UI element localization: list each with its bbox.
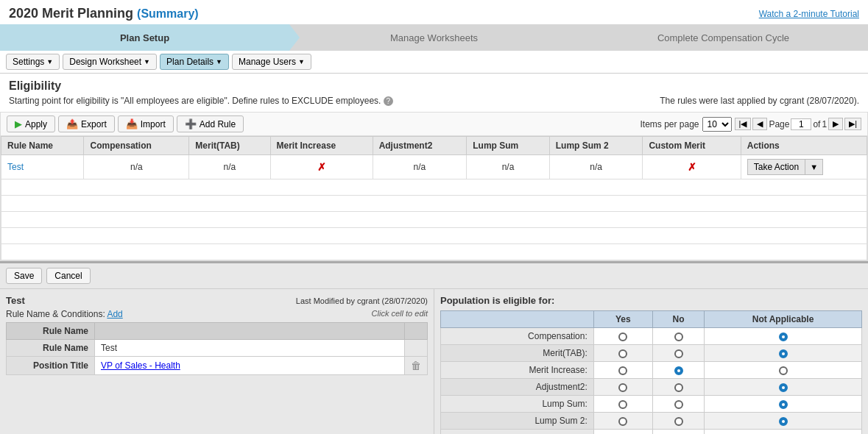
spacer-row bbox=[1, 244, 867, 260]
table-row: Test n/a n/a ✗ n/a n/a n/a ✗ Take Action… bbox=[1, 155, 867, 179]
bottom-toolbar: Save Cancel bbox=[0, 263, 868, 289]
design-worksheet-button[interactable]: Design Worksheet ▼ bbox=[63, 54, 157, 70]
elig-radio-no[interactable] bbox=[652, 328, 704, 345]
section-description: Starting point for eligibility is "All e… bbox=[0, 94, 402, 112]
elig-radio-na[interactable] bbox=[705, 379, 862, 396]
elig-radio-yes[interactable] bbox=[593, 345, 652, 362]
condition-label-rule-name: Rule Name bbox=[7, 340, 95, 357]
elig-radio-yes[interactable] bbox=[593, 362, 652, 379]
manage-users-button[interactable]: Manage Users ▼ bbox=[232, 54, 311, 70]
play-icon: ▶ bbox=[15, 118, 22, 129]
rule-header: Test Last Modified by cgrant (28/07/2020… bbox=[6, 295, 428, 306]
last-modified: Last Modified by cgrant (28/07/2020) bbox=[296, 296, 428, 305]
condition-label-position-title: Position Title bbox=[7, 357, 95, 375]
step-manage-worksheets[interactable]: Manage Worksheets bbox=[289, 24, 579, 51]
page-number-input[interactable] bbox=[791, 118, 811, 130]
last-page-button[interactable]: ▶| bbox=[844, 118, 861, 130]
left-panel: Test Last Modified by cgrant (28/07/2020… bbox=[0, 289, 434, 434]
apply-button[interactable]: ▶ Apply bbox=[7, 115, 55, 132]
col-adjustment2: Adjustment2 bbox=[373, 137, 467, 155]
elig-radio-no[interactable] bbox=[652, 379, 704, 396]
elig-row: Adjustment2: bbox=[441, 379, 862, 396]
elig-row: Custom Merit: bbox=[441, 430, 862, 435]
elig-radio-na[interactable] bbox=[705, 328, 862, 345]
lump-sum-2-cell: n/a bbox=[549, 155, 643, 179]
elig-label: Merit Increase: bbox=[441, 362, 594, 379]
sub-nav: Settings ▼ Design Worksheet ▼ Plan Detai… bbox=[0, 51, 868, 74]
import-button[interactable]: 📥 Import bbox=[118, 115, 174, 132]
prev-page-button[interactable]: ◀ bbox=[752, 118, 767, 130]
col-lump-sum: Lump Sum bbox=[467, 137, 549, 155]
rule-name-cell: Test bbox=[1, 155, 84, 179]
elig-radio-yes[interactable] bbox=[593, 396, 652, 413]
elig-radio-no[interactable] bbox=[652, 362, 704, 379]
position-title-link[interactable]: VP of Sales - Health bbox=[101, 360, 180, 371]
condition-value-position-title[interactable]: VP of Sales - Health bbox=[95, 357, 405, 375]
rule-name-link[interactable]: Test bbox=[7, 162, 24, 172]
first-page-button[interactable]: |◀ bbox=[735, 118, 752, 130]
click-cell-edit: Click cell to edit bbox=[372, 309, 428, 318]
eligibility-title: Population is eligible for: bbox=[440, 295, 862, 306]
col-custom-merit: Custom Merit bbox=[643, 137, 741, 155]
items-per-page-select[interactable]: 10 25 50 bbox=[702, 117, 732, 132]
next-page-button[interactable]: ▶ bbox=[828, 118, 843, 130]
plan-details-button[interactable]: Plan Details ▼ bbox=[160, 54, 229, 70]
elig-label: Merit(TAB): bbox=[441, 345, 594, 362]
elig-radio-no[interactable] bbox=[652, 413, 704, 430]
tutorial-link[interactable]: Watch a 2-minute Tutorial bbox=[759, 9, 859, 19]
delete-icon[interactable]: 🗑 bbox=[411, 360, 421, 371]
elig-radio-yes[interactable] bbox=[593, 379, 652, 396]
elig-radio-yes[interactable] bbox=[593, 413, 652, 430]
step-plan-setup[interactable]: Plan Setup bbox=[0, 24, 289, 51]
elig-radio-yes[interactable] bbox=[593, 430, 652, 435]
take-action-group: Take Action ▼ bbox=[747, 159, 861, 175]
col-actions: Actions bbox=[741, 137, 867, 155]
take-action-dropdown[interactable]: ▼ bbox=[805, 159, 823, 175]
bottom-content: Test Last Modified by cgrant (28/07/2020… bbox=[0, 289, 868, 434]
rules-table-container: Rule Name Compensation Merit(TAB) Merit … bbox=[0, 135, 868, 261]
condition-value-rule-name[interactable]: Test bbox=[95, 340, 405, 357]
toolbar: ▶ Apply 📤 Export 📥 Import ➕ Add Rule Ite… bbox=[0, 112, 868, 135]
adjustment2-cell: n/a bbox=[373, 155, 467, 179]
col-rule-name: Rule Name bbox=[1, 137, 84, 155]
elig-radio-no[interactable] bbox=[652, 430, 704, 435]
settings-button[interactable]: Settings ▼ bbox=[6, 54, 60, 70]
pagination: Items per page 10 25 50 |◀ ◀ Page of 1 ▶… bbox=[641, 117, 862, 132]
chevron-down-icon: ▼ bbox=[216, 58, 222, 65]
rules-table: Rule Name Compensation Merit(TAB) Merit … bbox=[1, 136, 867, 260]
spacer-row bbox=[1, 179, 867, 196]
elig-row: Lump Sum: bbox=[441, 396, 862, 413]
elig-radio-yes[interactable] bbox=[593, 328, 652, 345]
elig-col-field bbox=[441, 311, 594, 328]
export-button[interactable]: 📤 Export bbox=[58, 115, 115, 132]
elig-radio-na[interactable] bbox=[705, 396, 862, 413]
elig-radio-no[interactable] bbox=[652, 396, 704, 413]
compensation-cell: n/a bbox=[84, 155, 189, 179]
elig-label: Lump Sum: bbox=[441, 396, 594, 413]
add-rule-button[interactable]: ➕ Add Rule bbox=[177, 115, 244, 132]
elig-radio-na[interactable] bbox=[705, 413, 862, 430]
rule-name-conditions: Rule Name & Conditions: Add Click cell t… bbox=[6, 309, 428, 319]
custom-merit-cell: ✗ bbox=[643, 155, 741, 179]
elig-col-na: Not Applicable bbox=[705, 311, 862, 328]
elig-radio-na[interactable] bbox=[705, 345, 862, 362]
add-condition-link[interactable]: Add bbox=[107, 309, 122, 319]
chevron-down-icon: ▼ bbox=[46, 58, 53, 65]
elig-row: Lump Sum 2: bbox=[441, 413, 862, 430]
save-button[interactable]: Save bbox=[6, 268, 42, 284]
take-action-button[interactable]: Take Action bbox=[747, 159, 805, 175]
col-merit-increase: Merit Increase bbox=[270, 137, 373, 155]
condition-action-col bbox=[405, 340, 428, 357]
elig-radio-na[interactable] bbox=[705, 430, 862, 435]
step-complete-compensation[interactable]: Complete Compensation Cycle bbox=[579, 24, 868, 51]
pagination-nav: |◀ ◀ Page of 1 ▶ ▶| bbox=[735, 118, 861, 130]
right-panel: Population is eligible for: Yes No Not A… bbox=[434, 289, 868, 434]
elig-radio-na[interactable] bbox=[705, 362, 862, 379]
merit-increase-cell: ✗ bbox=[270, 155, 373, 179]
conditions-table: Rule Name Rule Name Test Position Title bbox=[6, 322, 428, 375]
bottom-section: Save Cancel Test Last Modified by cgrant… bbox=[0, 261, 868, 434]
x-icon: ✗ bbox=[688, 161, 696, 173]
spacer-row bbox=[1, 228, 867, 244]
elig-radio-no[interactable] bbox=[652, 345, 704, 362]
cancel-button[interactable]: Cancel bbox=[46, 268, 90, 284]
